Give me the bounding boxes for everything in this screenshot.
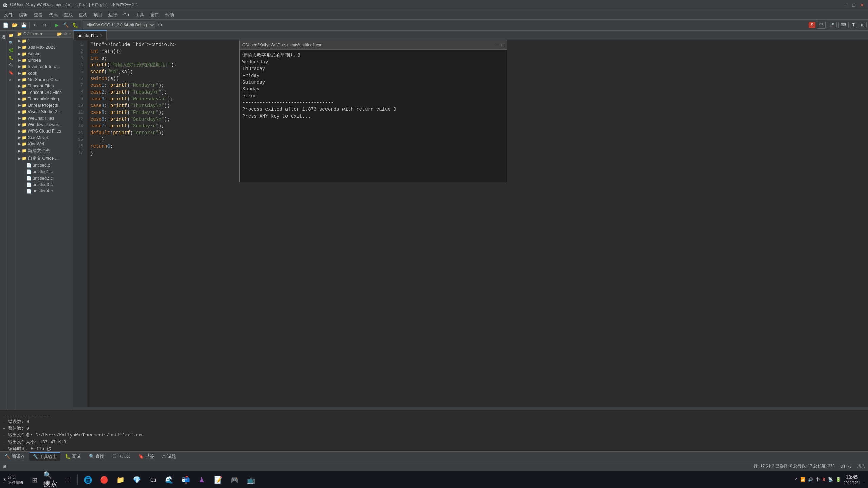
tray-battery[interactable]: 🔋 [836, 477, 841, 482]
tree-item-Unreal-Projects[interactable]: ▶📁Unreal Projects [15, 102, 73, 108]
tree-item-untitled2.c[interactable]: 📄untitled2.c [15, 175, 73, 181]
app6-button[interactable]: 🌊 [162, 472, 177, 487]
tree-item-1[interactable]: ▶📁1 [15, 38, 73, 44]
menu-item-运行[interactable]: 运行 [106, 11, 120, 19]
bottom-tab-6[interactable]: ⚠ 试题 [159, 453, 180, 460]
tree-item-WeChat-Files[interactable]: ▶📁WeChat Files [15, 115, 73, 121]
menu-item-Git[interactable]: Git [121, 12, 132, 18]
tab-untitled1c[interactable]: untitled1.c ✕ [73, 30, 107, 40]
tree-item-kook[interactable]: ▶📁kook [15, 70, 73, 76]
taskview-button[interactable]: □ [60, 472, 75, 487]
horizontal-scrollbar[interactable] [73, 407, 868, 410]
tray-ime-zh[interactable]: 中 [816, 477, 820, 483]
sidebar-icon-files[interactable]: 📁 [8, 32, 15, 39]
maximize-button[interactable]: □ [850, 2, 857, 8]
sidebar-icon-ext[interactable]: 🔌 [8, 62, 15, 68]
ime-mic-button[interactable]: 🎤 [827, 22, 837, 28]
menu-item-窗口[interactable]: 窗口 [147, 11, 162, 19]
tree-item-WPS-Cloud-Files[interactable]: ▶📁WPS Cloud Files [15, 128, 73, 134]
explorer-button[interactable]: 📁 [113, 472, 128, 487]
sidebar-icon-class[interactable]: 🏷 [8, 77, 15, 83]
ime-kb-button[interactable]: ⌨ [838, 22, 849, 28]
tree-item-untitled3.c[interactable]: 📄untitled3.c [15, 181, 73, 188]
tree-item-Visual-Studio-2...[interactable]: ▶📁Visual Studio 2... [15, 108, 73, 115]
terminal-controls[interactable]: ─ □ [496, 43, 504, 47]
ime-s-button[interactable]: S [809, 22, 815, 28]
menu-item-编辑[interactable]: 编辑 [16, 11, 31, 19]
show-desktop-button[interactable]: │ [863, 477, 866, 482]
menu-item-文件[interactable]: 文件 [1, 11, 16, 19]
sidebar-icon-bookmark[interactable]: 🔖 [8, 69, 15, 76]
undo-button[interactable]: ↩ [32, 21, 40, 29]
app11-button[interactable]: 📺 [243, 472, 258, 487]
bottom-tab-5[interactable]: 🔖 书签 [135, 453, 157, 460]
tray-volume[interactable]: 🔊 [808, 477, 813, 482]
bottom-tab-3[interactable]: 🔍 查找 [85, 453, 108, 460]
tree-item-XiaoMiNet[interactable]: ▶📁XiaoMiNet [15, 134, 73, 141]
ime-grid-button[interactable]: ⊞ [859, 22, 867, 28]
menu-item-帮助[interactable]: 帮助 [162, 11, 177, 19]
file-tree-settings[interactable]: ⚙ [63, 32, 67, 36]
file-tree-path-text[interactable]: C:/Users ▾ [23, 32, 42, 36]
app2-button[interactable]: 🔴 [97, 472, 112, 487]
ime-zh-button[interactable]: 中 [817, 21, 826, 29]
tree-item-Gridea[interactable]: ▶📁Gridea [15, 57, 73, 63]
new-file-button[interactable]: 📄 [1, 21, 9, 29]
terminal-maximize[interactable]: □ [502, 43, 504, 47]
tree-item-XiaoWei[interactable]: ▶📁XiaoWei [15, 141, 73, 147]
sidebar-icon-debug[interactable]: 🐛 [8, 54, 15, 61]
compiler-dropdown[interactable]: MinGW GCC 11.2.0 64-bit Debug [83, 21, 155, 29]
mail-button[interactable]: 📬 [178, 472, 193, 487]
sidebar-icon-search[interactable]: 🔍 [8, 39, 15, 46]
open-button[interactable]: 📂 [11, 21, 19, 29]
ime-t-button[interactable]: T [850, 22, 857, 28]
app8-button[interactable]: ♟ [194, 472, 209, 487]
tree-item-WindowsPower...[interactable]: ▶📁WindowsPower... [15, 121, 73, 128]
search-button[interactable]: 🔍 搜索 [43, 472, 58, 487]
tree-item-untitled4.c[interactable]: 📄untitled4.c [15, 188, 73, 194]
tray-wifi[interactable]: 📡 [828, 477, 833, 482]
menu-item-工具[interactable]: 工具 [133, 11, 147, 19]
menu-item-项目[interactable]: 项目 [91, 11, 105, 19]
file-tree-header[interactable]: 📁 C:/Users ▾ 📂 ⚙ ≡ [15, 30, 73, 38]
run-button[interactable]: ▶ [53, 21, 61, 29]
start-button[interactable]: ⊞ [27, 472, 42, 487]
tray-ime-s[interactable]: S [823, 477, 825, 482]
file-tree-new-folder[interactable]: 📂 [57, 32, 62, 36]
save-button[interactable]: 💾 [20, 21, 28, 29]
terminal-minimize[interactable]: ─ [496, 43, 499, 47]
tree-item-untitled.c[interactable]: 📄untitled.c [15, 162, 73, 168]
clock[interactable]: 13:45 2022/12/1 [844, 474, 860, 485]
app10-button[interactable]: 🎮 [227, 472, 242, 487]
tree-item-Inventor-Intero...[interactable]: ▶📁Inventor Intero... [15, 63, 73, 70]
menu-item-代码[interactable]: 代码 [46, 11, 60, 19]
close-button[interactable]: ✕ [859, 2, 865, 8]
sidebar-icon-git[interactable]: 🌿 [8, 47, 15, 54]
bottom-tab-2[interactable]: 🐛 调试 [62, 453, 84, 460]
bottom-tab-0[interactable]: 🔨 编译器 [1, 453, 28, 460]
bottom-tab-4[interactable]: ☰ TODO [109, 453, 134, 460]
settings-button[interactable]: ⚙ [156, 21, 164, 29]
tray-chevron[interactable]: ^ [795, 477, 797, 482]
file-tree-filter[interactable]: ≡ [68, 32, 71, 36]
tray-network[interactable]: 📶 [800, 477, 805, 482]
app5-button[interactable]: 🗂 [145, 472, 160, 487]
window-controls[interactable]: ─ □ ✕ [842, 2, 865, 8]
tree-item-NetSarang-Co...[interactable]: ▶📁NetSarang Co... [15, 76, 73, 83]
menu-item-查看[interactable]: 查看 [31, 11, 45, 19]
edge-button[interactable]: 🌐 [80, 472, 95, 487]
tree-item-TencentMeeting[interactable]: ▶📁TencentMeeting [15, 96, 73, 102]
tree-item-自定义-Office-...[interactable]: ▶📁自定义 Office ... [15, 155, 73, 162]
tree-item-Adobe[interactable]: ▶📁Adobe [15, 50, 73, 57]
redo-button[interactable]: ↪ [41, 21, 49, 29]
tree-item-3ds-Max-2023[interactable]: ▶📁3ds Max 2023 [15, 44, 73, 50]
tree-item-Tencent-OD-Files[interactable]: ▶📁Tencent OD Files [15, 89, 73, 96]
minimize-button[interactable]: ─ [842, 2, 849, 8]
bottom-tab-1[interactable]: 🔧 工具输出 [29, 452, 61, 461]
notes-button[interactable]: 📝 [211, 472, 225, 487]
tree-item-Tencent-Files[interactable]: ▶📁Tencent Files [15, 83, 73, 89]
tab-close-icon[interactable]: ✕ [100, 34, 102, 37]
tree-item-新建文件夹[interactable]: ▶📁新建文件夹 [15, 147, 73, 155]
tree-item-untitled1.c[interactable]: 📄untitled1.c [15, 168, 73, 175]
menu-item-查找[interactable]: 查找 [61, 11, 75, 19]
